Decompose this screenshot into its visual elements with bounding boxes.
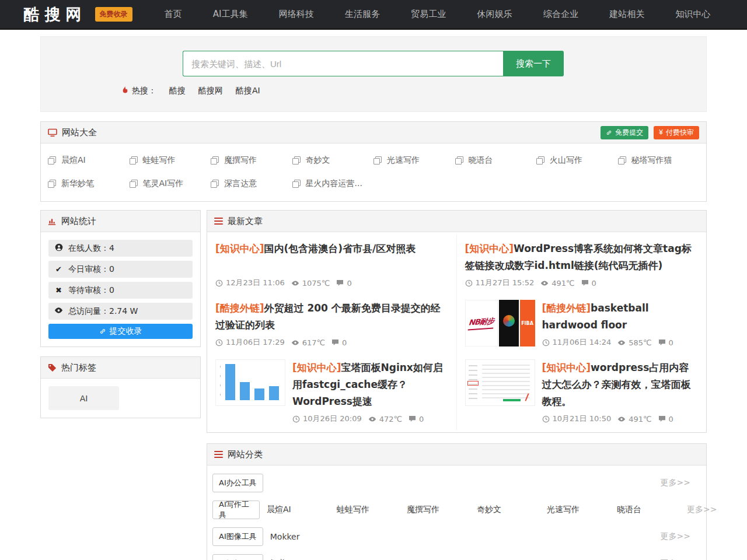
article-category: [知识中心] — [215, 243, 264, 254]
category-ai-video[interactable]: AI视频工具 — [212, 554, 263, 560]
list-icon — [214, 451, 223, 459]
article-item[interactable]: [知识中心]国内(包含港澳台)省市县/区对照表 12月23日 11:06 107… — [207, 235, 457, 294]
copy-icon — [292, 156, 301, 164]
nav-item-ai-tools[interactable]: AI工具集 — [213, 9, 248, 20]
close-icon: ✖ — [54, 286, 63, 295]
link-icon — [606, 130, 612, 136]
copy-icon — [130, 156, 138, 164]
article-title: 国内(包含港澳台)省市县/区对照表 — [264, 243, 416, 254]
clock-icon — [542, 339, 550, 346]
tag-icon — [48, 363, 57, 372]
bar-chart-icon — [48, 217, 57, 226]
article-meta: 11月27日 15:52 491℃ 0 — [465, 274, 699, 289]
search-panel: 搜索一下 热搜： 酷搜 酷搜网 酷搜AI — [40, 36, 707, 112]
site-link[interactable]: 奇妙文 — [292, 149, 374, 172]
comment-icon — [331, 339, 339, 346]
site-link[interactable]: 火山写作 — [536, 149, 618, 172]
nav-item-trade-industry[interactable]: 贸易工业 — [411, 9, 446, 20]
category-site-link[interactable]: 光速写作 — [547, 505, 617, 515]
site-link[interactable]: 光速写作 — [374, 149, 455, 172]
copy-icon — [618, 156, 626, 164]
free-include-badge[interactable]: 免费收录 — [95, 7, 132, 22]
more-link[interactable]: 更多>> — [661, 478, 690, 488]
copy-icon — [374, 156, 382, 164]
site-link[interactable]: 笔灵AI写作 — [130, 172, 211, 195]
article-item[interactable]: [知识中心]wordpress占用内容过大怎么办？亲测有效，宝塔面板教程。 10… — [457, 354, 707, 430]
clock-icon — [465, 279, 473, 287]
more-link[interactable]: 更多>> — [687, 505, 717, 515]
article-meta: 10月21日 10:50 491℃ 0 — [542, 410, 699, 425]
category-site-link[interactable]: 晓语台 — [617, 505, 687, 515]
nav-item-knowledge[interactable]: 知识中心 — [675, 9, 710, 20]
section-title: 网站统计 — [61, 216, 96, 227]
nav-item-network-tech[interactable]: 网络科技 — [279, 9, 314, 20]
nav-item-entertainment[interactable]: 休闲娱乐 — [477, 9, 512, 20]
article-category: [知识中心] — [465, 243, 514, 254]
site-link[interactable]: 晓语台 — [455, 149, 537, 172]
hot-search-item[interactable]: 酷搜 — [169, 86, 186, 96]
nav-item-life-services[interactable]: 生活服务 — [345, 9, 380, 20]
site-link[interactable]: 秘塔写作猫 — [618, 149, 700, 172]
hot-search-item[interactable]: 酷搜网 — [198, 86, 223, 96]
category-ai-writing[interactable]: AI写作工具 — [212, 501, 260, 519]
hot-tags-panel: 热门标签 AI — [40, 356, 201, 418]
article-category: [酷搜外链] — [542, 302, 591, 314]
free-submit-button[interactable]: 免费提交 — [601, 126, 648, 139]
nav-item-home[interactable]: 首页 — [165, 9, 182, 20]
nav-item-enterprise[interactable]: 综合企业 — [543, 9, 578, 20]
site-link[interactable]: 蛙蛙写作 — [130, 149, 211, 172]
fire-icon — [121, 86, 129, 96]
section-title: 网站大全 — [62, 127, 97, 138]
copy-icon — [130, 180, 138, 188]
site-link[interactable]: 晨煊AI — [48, 149, 130, 172]
eye-icon — [368, 416, 376, 422]
category-site-link[interactable]: Mokker — [270, 532, 340, 541]
copy-icon — [211, 156, 219, 164]
latest-articles-panel: 最新文章 [知识中心]国内(包含港澳台)省市县/区对照表 12月23日 11:0… — [207, 210, 707, 433]
nav-item-site-building[interactable]: 建站相关 — [609, 9, 644, 20]
category-site-link[interactable]: 奇妙文 — [477, 505, 547, 515]
category-site-link[interactable]: 魔撰写作 — [407, 505, 477, 515]
stat-total-visits: 总访问量：2.74 W — [48, 303, 193, 320]
submit-inclusion-button[interactable]: 提交收录 — [48, 324, 193, 339]
paid-review-button[interactable]: ¥ 付费快审 — [654, 126, 699, 139]
site-link[interactable]: 星火内容运营... — [292, 172, 374, 195]
check-icon: ✔ — [54, 265, 63, 274]
hot-search-item[interactable]: 酷搜AI — [236, 86, 260, 96]
comment-icon — [336, 279, 344, 286]
category-row: AI视频工具 闪剪 更多>> — [207, 550, 706, 560]
site-logo[interactable]: 酷搜网 — [24, 4, 87, 25]
eye-icon — [540, 280, 549, 286]
article-item[interactable]: [酷搜外链]外贸超过 200 个最新免费目录提交的经过验证的列表 11月06日 … — [207, 294, 457, 354]
sidebar: 网站统计 在线人数：4 ✔ 今日审核：0 ✖ 等待审 — [40, 210, 201, 418]
site-link[interactable]: 深言达意 — [211, 172, 292, 195]
copy-icon — [48, 156, 56, 164]
stat-online-users: 在线人数：4 — [48, 240, 193, 257]
more-link[interactable]: 更多>> — [661, 531, 690, 542]
section-title: 最新文章 — [228, 216, 263, 227]
search-input[interactable] — [183, 51, 503, 76]
category-site-link[interactable]: 蛙蛙写作 — [337, 505, 407, 515]
user-icon — [54, 243, 63, 253]
site-link[interactable]: 魔撰写作 — [211, 149, 292, 172]
copy-icon — [48, 180, 56, 188]
link-icon — [99, 328, 106, 335]
site-stats-panel: 网站统计 在线人数：4 ✔ 今日审核：0 ✖ 等待审 — [40, 210, 201, 347]
search-button[interactable]: 搜索一下 — [503, 51, 564, 76]
tag-ai[interactable]: AI — [48, 386, 119, 410]
clock-icon — [215, 339, 223, 346]
article-item[interactable]: NB耐步 FIBA [酷搜外链]basketball hardwood floo… — [457, 294, 707, 354]
site-link[interactable]: 新华妙笔 — [48, 172, 130, 195]
article-item[interactable]: [知识中心]WordPress博客系统如何将文章tag标签链接改成数字id.ht… — [457, 235, 707, 294]
category-site-link[interactable]: 晨煊AI — [267, 505, 337, 515]
section-title: 网站分类 — [228, 449, 263, 460]
category-ai-office[interactable]: AI办公工具 — [212, 474, 263, 492]
article-item[interactable]: [知识中心]宝塔面板Nginx如何启用fastcgi_cache缓存？WordP… — [207, 354, 457, 430]
clock-icon — [215, 279, 223, 287]
site-categories-panel: 网站分类 AI办公工具 更多>> AI写作工具 晨煊AI 蛙蛙写作 魔撰写作 奇… — [207, 443, 707, 560]
eye-icon — [291, 280, 299, 286]
article-meta: 11月06日 14:24 585℃ 0 — [542, 334, 699, 349]
category-ai-image[interactable]: AI图像工具 — [212, 527, 263, 546]
clock-icon — [292, 415, 300, 423]
copy-icon — [455, 156, 463, 164]
